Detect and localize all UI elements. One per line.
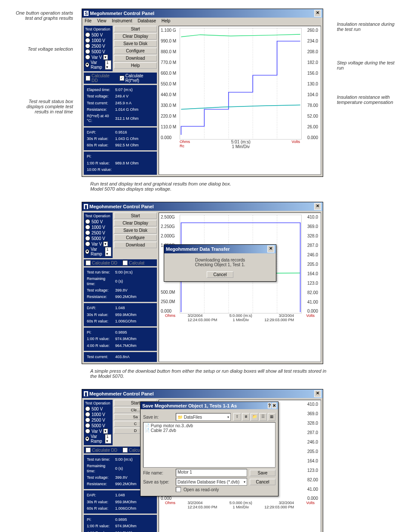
radio-2500v[interactable] — [85, 417, 90, 423]
close-icon[interactable]: ✕ — [314, 390, 321, 397]
y-tick: 110.0 M — [161, 125, 176, 129]
radio-5000v[interactable] — [85, 236, 90, 241]
label-500v: 500 V — [92, 33, 103, 37]
readonly-label: Open as read-only — [184, 487, 219, 492]
y-tick: 660.0 M — [161, 71, 176, 76]
menu-file[interactable]: File — [85, 18, 92, 23]
download-button[interactable]: Download — [114, 242, 157, 248]
radio-varramp[interactable] — [85, 62, 89, 67]
y-tick: 0.000 — [161, 135, 171, 140]
status-box-3: Pi: 1:00 R value:989.8 M Ohm 10:00 R val… — [84, 152, 157, 175]
varramp-select[interactable]: 1 ▾ — [105, 247, 111, 256]
close-icon[interactable]: ✕ — [272, 403, 276, 408]
y-tick: 770.0 M — [161, 60, 176, 65]
y-tick-r: 130.0 — [307, 82, 318, 86]
close-icon[interactable]: ✕ — [314, 203, 321, 210]
calc-dd-checkbox[interactable] — [86, 260, 91, 265]
clear-display-button[interactable]: Clear Display — [114, 220, 157, 226]
radio-varv[interactable] — [85, 55, 90, 60]
unit-ohms: OhmsRc — [180, 140, 190, 149]
status-box: DAR:1.048 30s R value:959.9MOhm 60s R va… — [84, 303, 157, 326]
save-to-disk-button[interactable]: Save to Disk — [114, 40, 157, 47]
callout-ir-test: Insulation resistance during the test ru… — [337, 21, 397, 32]
window-title: Megohmmeter Control Panel — [89, 391, 154, 396]
desktop-icon[interactable]: 🖥 — [242, 413, 250, 421]
menu-instrument[interactable]: Instrument — [112, 18, 132, 23]
help-icon[interactable]: ? — [268, 403, 271, 408]
graph-area-2: 2.500G 2.250G 2.000G 1.750G 500.0M 250.0… — [159, 213, 321, 362]
window-title: Megohmmeter Control Panel — [90, 11, 154, 16]
calc-r-checkbox[interactable]: ✓ — [119, 76, 124, 81]
cancel-button[interactable]: Cancel — [250, 479, 275, 485]
titlebar: SMegohmmeter Control Panel ✕ — [82, 9, 323, 18]
save-to-disk-button[interactable]: Save to Disk — [114, 227, 157, 234]
app-icon: ▮ — [84, 204, 88, 209]
configure-button[interactable]: Configure — [114, 234, 157, 241]
clear-display-button[interactable]: Clear Display — [114, 33, 157, 40]
download-button[interactable]: Download — [114, 55, 157, 61]
y-tick-r: 208.0 — [307, 49, 318, 54]
label-1000v: 1000 V — [92, 38, 105, 43]
new-folder-icon[interactable]: 📁 — [251, 413, 258, 421]
up-folder-icon[interactable]: ⇧ — [233, 413, 241, 421]
menu-view[interactable]: View — [97, 18, 107, 23]
details-view-icon[interactable]: ▦ — [268, 413, 275, 421]
menu-help[interactable]: Help — [162, 18, 171, 23]
y-tick-r: 0.000 — [307, 135, 318, 140]
varv-select[interactable]: ▾ — [103, 241, 108, 246]
save-in-select[interactable]: 📁 DataFiles▾ — [176, 413, 231, 421]
radio-varramp[interactable] — [85, 249, 89, 254]
file-item[interactable]: Pump motor no.3..dvb — [144, 423, 274, 428]
y-tick-r: 182.0 — [307, 60, 318, 65]
unit-volts: Volts — [306, 313, 315, 322]
configure-button[interactable]: Configure — [114, 48, 157, 54]
callout-one-button: One button operation starts test and gra… — [13, 10, 73, 21]
radio-varramp[interactable] — [85, 436, 89, 441]
y-tick-r: 52.00 — [307, 114, 318, 119]
radio-2500v[interactable] — [85, 230, 90, 235]
app-icon: S — [84, 11, 89, 16]
radio-500v[interactable] — [85, 219, 90, 224]
radio-500v[interactable] — [85, 406, 90, 411]
y-tick: 220.0 M — [161, 114, 176, 119]
start-button[interactable]: Start — [114, 26, 157, 32]
radio-1000v[interactable] — [85, 38, 90, 43]
save-button[interactable]: Save — [250, 470, 275, 476]
status-box: Test current:403.8nA — [84, 352, 157, 362]
calc-r-checkbox[interactable] — [122, 260, 128, 265]
caption-2: A simple press of the download button fr… — [90, 368, 327, 379]
label-varramp: Var Ramp — [91, 60, 104, 70]
calc-r-label: Calculate R(t*ref) — [125, 73, 155, 83]
menu-database[interactable]: Database — [138, 18, 156, 23]
readonly-checkbox[interactable] — [176, 487, 181, 492]
varramp-select[interactable]: 1 ▾ — [105, 60, 111, 70]
filename-input[interactable]: Motor 1 — [176, 469, 247, 477]
status-box: Pi:0.9895 1:00 R value:974.9MOhm 4:00 R … — [84, 515, 157, 532]
calc-dd-label: Calculate DD — [92, 73, 114, 83]
close-icon[interactable]: ✕ — [267, 246, 274, 252]
calc-dd-checkbox[interactable] — [86, 76, 90, 81]
filetype-select[interactable]: DataView Database Files (*.dvb)▾ — [176, 478, 247, 486]
label-varv: Var V — [92, 55, 102, 60]
radio-5000v[interactable] — [85, 49, 90, 54]
list-view-icon[interactable]: ☰ — [259, 413, 267, 421]
modal-title: Megohmmeter Data Transfer — [166, 246, 230, 252]
close-icon[interactable]: ✕ — [314, 10, 321, 17]
radio-5000v[interactable] — [85, 423, 90, 428]
radio-varv[interactable] — [85, 429, 90, 434]
radio-1000v[interactable] — [85, 225, 90, 230]
radio-1000v[interactable] — [85, 412, 90, 417]
start-button[interactable]: Start — [114, 213, 157, 219]
label-2500v: 2500 V — [92, 44, 105, 49]
test-operation-group: Test Operation 500 V 1000 V 2500 V 5000 … — [84, 400, 113, 445]
file-item[interactable]: Cable 27.dvb — [144, 428, 274, 433]
help-button[interactable]: Help — [114, 62, 157, 69]
y-tick: 440.0 M — [161, 92, 176, 97]
radio-2500v[interactable] — [85, 43, 90, 49]
file-list[interactable]: Pump motor no.3..dvb Cable 27.dvb — [143, 422, 275, 468]
varv-select[interactable]: ▾ — [103, 55, 108, 60]
status-box: Test run time:5:00 (m:s) Remaining time:… — [84, 268, 157, 302]
radio-500v[interactable] — [85, 32, 90, 37]
cancel-button[interactable]: Cancel — [207, 271, 233, 278]
radio-varv[interactable] — [85, 241, 90, 246]
